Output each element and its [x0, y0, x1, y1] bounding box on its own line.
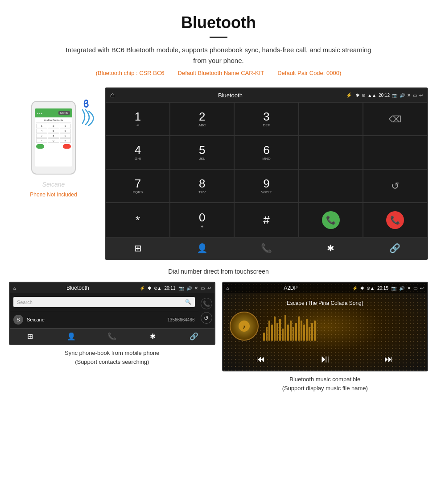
pb-contact-list: S Seicane 13566664466 — [10, 311, 198, 328]
pb-close[interactable]: ✕ — [194, 286, 198, 291]
dial-key-0[interactable]: 0 + — [170, 203, 234, 237]
usb-icon: ⚡ — [346, 92, 352, 98]
nav-phone[interactable]: 📞 — [234, 243, 298, 254]
music-caption: Bluetooth music compatible (Support disp… — [222, 375, 429, 392]
pb-bottom-nav: ⊞ 👤 📞 ✱ 🔗 — [10, 328, 214, 344]
close-icon[interactable]: ✕ — [407, 93, 411, 98]
bluetooth-symbol: ϐ — [83, 99, 89, 110]
pb-left-panel: Search 🔍 S Seicane 13566664466 — [10, 293, 198, 328]
pb-back[interactable]: ↩ — [207, 286, 211, 291]
time-display: 20:12 — [379, 93, 390, 98]
pb-status-bar: ⌂ Bluetooth ⚡ ✱ ⊙▲ 20:11 📷 🔊 ✕ ▭ ↩ — [10, 283, 214, 293]
phone-keypad: 1 2 3 4 5 6 7 8 9 * 0 # — [36, 124, 71, 143]
volume-icon: 🔊 — [400, 93, 405, 98]
phone-screen: ● ● ● MORE Add to Contacts 1 2 3 4 5 — [35, 108, 72, 167]
pb-window[interactable]: ▭ — [201, 286, 205, 291]
call-btn-green[interactable]: 📞 — [322, 211, 340, 229]
dial-key-4[interactable]: 4 GHI — [106, 136, 170, 169]
play-pause-button[interactable]: ⏯ — [320, 353, 330, 365]
signal-icon: ▲▲ — [367, 93, 376, 98]
pb-title: Bluetooth — [19, 285, 137, 291]
dial-key-backspace[interactable]: ⌫ — [363, 102, 427, 136]
page-header: Bluetooth Integrated with BC6 Bluetooth … — [0, 0, 437, 83]
music-home-icon[interactable]: ⌂ — [227, 286, 229, 291]
pb-search-placeholder: Search — [17, 300, 33, 305]
pb-nav-link[interactable]: 🔗 — [173, 332, 214, 341]
nav-link[interactable]: 🔗 — [363, 243, 427, 254]
music-content: Escape (The Pina Colada Song) ♪ — [223, 293, 428, 347]
window-icon[interactable]: ▭ — [413, 93, 417, 98]
dial-key-9[interactable]: 9 WXYZ — [234, 169, 298, 203]
dial-key-2[interactable]: 2 ABC — [170, 102, 234, 136]
nav-bluetooth[interactable]: ✱ — [299, 243, 363, 254]
pb-home-icon[interactable]: ⌂ — [13, 286, 16, 291]
camera-icon: 📷 — [392, 93, 397, 98]
dial-key-1[interactable]: 1 ∞ — [106, 102, 170, 136]
spec-pair: Default Pair Code: 0000) — [277, 70, 341, 76]
music-time: 20:15 — [377, 286, 388, 291]
dial-key-empty-4 — [299, 169, 363, 203]
pb-usb: ⚡ — [140, 286, 145, 291]
dial-key-7[interactable]: 7 PQRS — [106, 169, 170, 203]
music-bt: ✱ — [360, 286, 364, 291]
music-song-title: Escape (The Pina Colada Song) — [287, 300, 363, 306]
phonebook-caption-line1: Sync phone-book from mobile phone — [65, 350, 159, 356]
pb-camera: 📷 — [178, 286, 184, 291]
pb-search-bar[interactable]: Search 🔍 — [13, 297, 195, 307]
screen-title: Bluetooth — [118, 92, 343, 99]
phonebook-section: ⌂ Bluetooth ⚡ ✱ ⊙▲ 20:11 📷 🔊 ✕ ▭ ↩ Searc… — [9, 282, 215, 392]
dial-key-3[interactable]: 3 DEF — [234, 102, 298, 136]
phonebook-screen: ⌂ Bluetooth ⚡ ✱ ⊙▲ 20:11 📷 🔊 ✕ ▭ ↩ Searc… — [9, 282, 215, 345]
pb-main-area: Search 🔍 S Seicane 13566664466 📞 — [10, 293, 214, 328]
phone-screen-body: Add to Contacts 1 2 3 4 5 6 7 8 9 — [35, 117, 72, 150]
dial-key-6[interactable]: 6 MNO — [234, 136, 298, 169]
phonebook-caption-line2: (Support contacts searching) — [75, 358, 149, 365]
dial-end-button[interactable]: 📞 — [363, 203, 427, 237]
dial-key-redial[interactable]: ↺ — [363, 169, 427, 203]
music-caption-line2: (Support display music file name) — [282, 385, 368, 392]
large-screen-section: ⌂ Bluetooth ⚡ ✱ ⊙ ▲▲ 20:12 📷 🔊 ✕ ▭ ↩ — [105, 87, 428, 260]
pb-nav-dialpad[interactable]: ⊞ — [10, 332, 51, 341]
phone-screen-header: ● ● ● MORE — [35, 108, 72, 117]
page-description: Integrated with BC6 Bluetooth module, su… — [62, 45, 375, 66]
nav-contacts[interactable]: 👤 — [170, 243, 234, 254]
music-status-bar: ⌂ A2DP ⚡ ✱ ⊙▲ 20:15 📷 🔊 ✕ ▭ ↩ — [223, 283, 428, 293]
phone-section: ϐ ● ● ● MORE — [9, 87, 98, 198]
dial-key-hash[interactable]: # — [234, 203, 298, 237]
dial-caption: Dial number direct from touchscreen — [0, 268, 437, 275]
header-divider — [210, 37, 227, 38]
pb-refresh-icon[interactable]: ↺ — [201, 312, 212, 324]
back-icon[interactable]: ↩ — [419, 93, 423, 98]
music-section: ⌂ A2DP ⚡ ✱ ⊙▲ 20:15 📷 🔊 ✕ ▭ ↩ Escape (Th… — [222, 282, 429, 392]
bt-icon: ✱ — [356, 93, 359, 98]
contact-name: Seicane — [27, 317, 167, 322]
music-close[interactable]: ✕ — [407, 286, 411, 291]
dial-call-button[interactable]: 📞 — [299, 203, 363, 237]
call-btn-red[interactable]: 📞 — [386, 211, 404, 229]
music-caption-line1: Bluetooth music compatible — [289, 376, 360, 383]
music-album-row: ♪ — [230, 312, 421, 341]
dial-key-8[interactable]: 8 TUV — [170, 169, 234, 203]
home-icon[interactable]: ⌂ — [110, 91, 115, 99]
pb-contact-row[interactable]: S Seicane 13566664466 — [10, 311, 198, 328]
next-button[interactable]: ⏭ — [384, 354, 393, 364]
music-back[interactable]: ↩ — [420, 286, 424, 291]
dial-key-star[interactable]: * — [106, 203, 170, 237]
nav-dialpad[interactable]: ⊞ — [106, 243, 170, 254]
pb-nav-contacts[interactable]: 👤 — [51, 332, 92, 341]
dial-key-5[interactable]: 5 JKL — [170, 136, 234, 169]
pb-nav-bluetooth[interactable]: ✱ — [132, 332, 173, 341]
tech-specs: (Bluetooth chip : CSR BC6 Default Blueto… — [9, 70, 428, 76]
prev-button[interactable]: ⏮ — [256, 354, 265, 364]
dialpad-grid: 1 ∞ 2 ABC 3 DEF ⌫ 4 GHI — [106, 102, 427, 237]
pb-nav-phone[interactable]: 📞 — [91, 332, 132, 341]
dial-key-empty-3 — [363, 136, 427, 169]
music-window[interactable]: ▭ — [413, 286, 417, 291]
music-note-icon: ♪ — [243, 323, 246, 330]
location-icon: ⊙ — [362, 93, 365, 98]
music-volume: 🔊 — [399, 286, 404, 291]
search-icon: 🔍 — [185, 299, 191, 305]
phonebook-caption: Sync phone-book from mobile phone (Suppo… — [9, 349, 215, 366]
pb-signal: ⊙▲ — [154, 286, 162, 291]
pb-call-icon[interactable]: 📞 — [201, 298, 212, 309]
